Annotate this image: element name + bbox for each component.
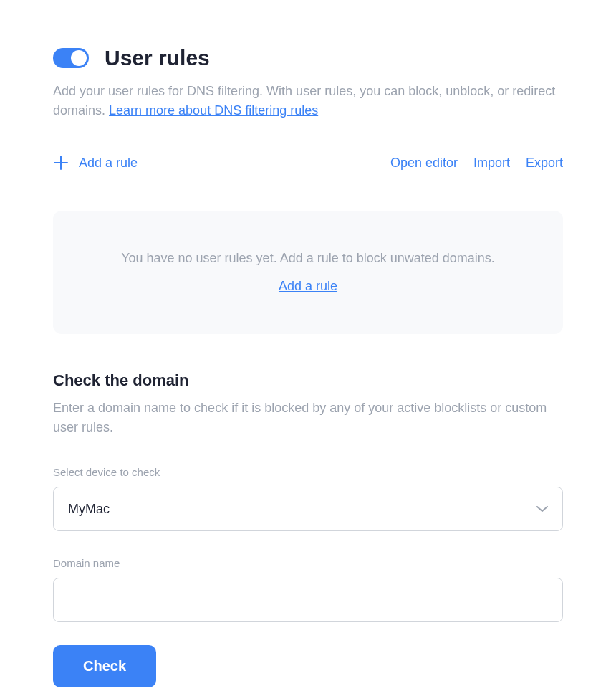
check-domain-title: Check the domain [53, 371, 563, 390]
empty-state-message: You have no user rules yet. Add a rule t… [74, 251, 542, 266]
header-row: User rules [53, 46, 563, 70]
plus-icon [53, 155, 69, 171]
user-rules-toggle[interactable] [53, 48, 89, 68]
domain-input[interactable] [53, 578, 563, 622]
empty-state: You have no user rules yet. Add a rule t… [53, 211, 563, 334]
learn-more-link[interactable]: Learn more about DNS filtering rules [109, 103, 318, 118]
toggle-knob [71, 50, 87, 66]
device-select[interactable]: MyMac [53, 487, 563, 531]
empty-add-rule-link[interactable]: Add a rule [279, 279, 337, 293]
open-editor-link[interactable]: Open editor [390, 156, 458, 171]
toolbar-right: Open editor Import Export [390, 156, 563, 171]
add-rule-label: Add a rule [79, 156, 138, 171]
device-select-wrapper: MyMac [53, 487, 563, 531]
export-link[interactable]: Export [526, 156, 563, 171]
import-link[interactable]: Import [473, 156, 510, 171]
domain-input-wrapper [53, 578, 563, 622]
check-button[interactable]: Check [53, 645, 156, 687]
domain-input-label: Domain name [53, 557, 563, 569]
page-description: Add your user rules for DNS filtering. W… [53, 82, 563, 120]
add-rule-button[interactable]: Add a rule [53, 155, 138, 171]
toolbar: Add a rule Open editor Import Export [53, 155, 563, 171]
user-rules-panel: User rules Add your user rules for DNS f… [0, 0, 616, 691]
check-domain-description: Enter a domain name to check if it is bl… [53, 399, 563, 437]
page-title: User rules [105, 46, 210, 70]
device-select-label: Select device to check [53, 466, 563, 478]
